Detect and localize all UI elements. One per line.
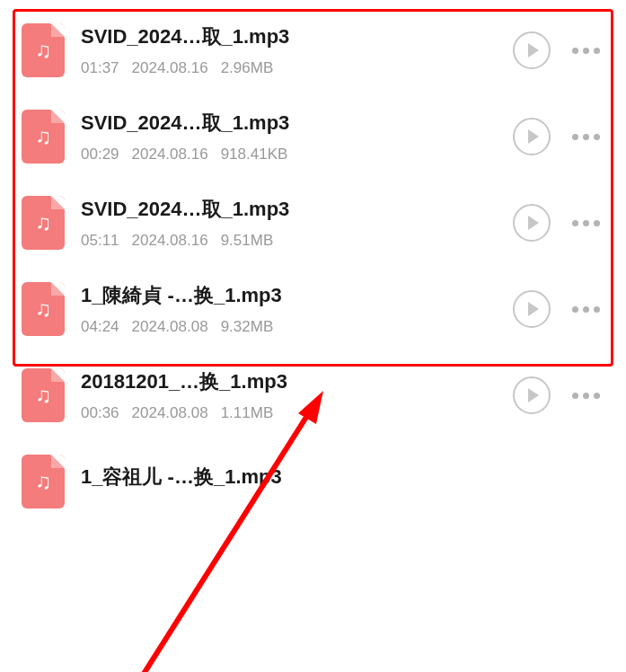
file-size: 9.32MB xyxy=(221,318,274,336)
audio-file-icon: ♫ xyxy=(22,368,65,422)
file-size: 1.11MB xyxy=(221,404,274,422)
file-info: 1_陳綺貞 -…换_1.mp3 04:24 2024.08.08 9.32MB xyxy=(81,282,497,336)
file-info: SVID_2024…取_1.mp3 05:11 2024.08.16 9.51M… xyxy=(81,196,497,250)
audio-file-icon: ♫ xyxy=(22,23,65,77)
file-info: 1_容祖儿 -…换_1.mp3 xyxy=(81,464,604,500)
file-name: 1_陳綺貞 -…换_1.mp3 xyxy=(81,282,497,309)
more-button[interactable] xyxy=(567,220,604,226)
file-size: 9.51MB xyxy=(221,232,274,250)
play-icon xyxy=(528,129,539,144)
file-name: SVID_2024…取_1.mp3 xyxy=(81,196,497,223)
file-duration: 05:11 xyxy=(81,232,119,250)
file-info: 20181201_…换_1.mp3 00:36 2024.08.08 1.11M… xyxy=(81,368,497,422)
file-duration: 00:29 xyxy=(81,146,119,164)
audio-file-icon: ♫ xyxy=(22,282,65,336)
play-icon xyxy=(528,302,539,316)
file-duration: 00:36 xyxy=(81,404,119,422)
file-row[interactable]: ♫ SVID_2024…取_1.mp3 00:29 2024.08.16 918… xyxy=(14,93,612,180)
play-icon xyxy=(528,43,539,57)
more-button[interactable] xyxy=(567,393,604,399)
play-button[interactable] xyxy=(513,204,551,242)
file-date: 2024.08.16 xyxy=(132,59,208,77)
audio-file-icon: ♫ xyxy=(22,110,65,164)
file-meta: 04:24 2024.08.08 9.32MB xyxy=(81,318,497,336)
file-date: 2024.08.16 xyxy=(132,232,208,250)
file-name: SVID_2024…取_1.mp3 xyxy=(81,23,497,50)
file-meta: 00:36 2024.08.08 1.11MB xyxy=(81,404,497,422)
file-row[interactable]: ♫ SVID_2024…取_1.mp3 01:37 2024.08.16 2.9… xyxy=(14,7,612,93)
file-name: SVID_2024…取_1.mp3 xyxy=(81,110,497,137)
file-info: SVID_2024…取_1.mp3 01:37 2024.08.16 2.96M… xyxy=(81,23,497,77)
file-row[interactable]: ♫ 20181201_…换_1.mp3 00:36 2024.08.08 1.1… xyxy=(14,352,612,438)
file-meta: 00:29 2024.08.16 918.41KB xyxy=(81,146,497,164)
file-row[interactable]: ♫ SVID_2024…取_1.mp3 05:11 2024.08.16 9.5… xyxy=(14,180,612,266)
more-button[interactable] xyxy=(567,306,604,313)
file-date: 2024.08.08 xyxy=(132,318,208,336)
file-meta: 01:37 2024.08.16 2.96MB xyxy=(81,59,497,77)
audio-file-icon: ♫ xyxy=(22,196,65,250)
file-name: 20181201_…换_1.mp3 xyxy=(81,368,497,395)
file-date: 2024.08.08 xyxy=(132,404,208,422)
more-button[interactable] xyxy=(567,48,604,54)
file-info: SVID_2024…取_1.mp3 00:29 2024.08.16 918.4… xyxy=(81,110,497,164)
audio-file-icon: ♫ xyxy=(22,455,65,508)
file-date: 2024.08.16 xyxy=(132,146,208,164)
play-icon xyxy=(528,388,539,402)
file-name: 1_容祖儿 -…换_1.mp3 xyxy=(81,464,604,491)
play-icon xyxy=(528,216,539,230)
play-button[interactable] xyxy=(513,290,551,328)
file-duration: 01:37 xyxy=(81,59,119,77)
file-row[interactable]: ♫ 1_容祖儿 -…换_1.mp3 xyxy=(14,438,612,525)
file-meta: 05:11 2024.08.16 9.51MB xyxy=(81,232,497,250)
file-duration: 04:24 xyxy=(81,318,119,336)
file-size: 2.96MB xyxy=(221,59,274,77)
more-button[interactable] xyxy=(567,134,604,140)
file-row[interactable]: ♫ 1_陳綺貞 -…换_1.mp3 04:24 2024.08.08 9.32M… xyxy=(14,266,612,352)
file-list: ♫ SVID_2024…取_1.mp3 01:37 2024.08.16 2.9… xyxy=(0,0,626,532)
play-button[interactable] xyxy=(513,376,551,414)
play-button[interactable] xyxy=(513,31,551,69)
play-button[interactable] xyxy=(513,118,551,155)
file-size: 918.41KB xyxy=(221,146,288,164)
